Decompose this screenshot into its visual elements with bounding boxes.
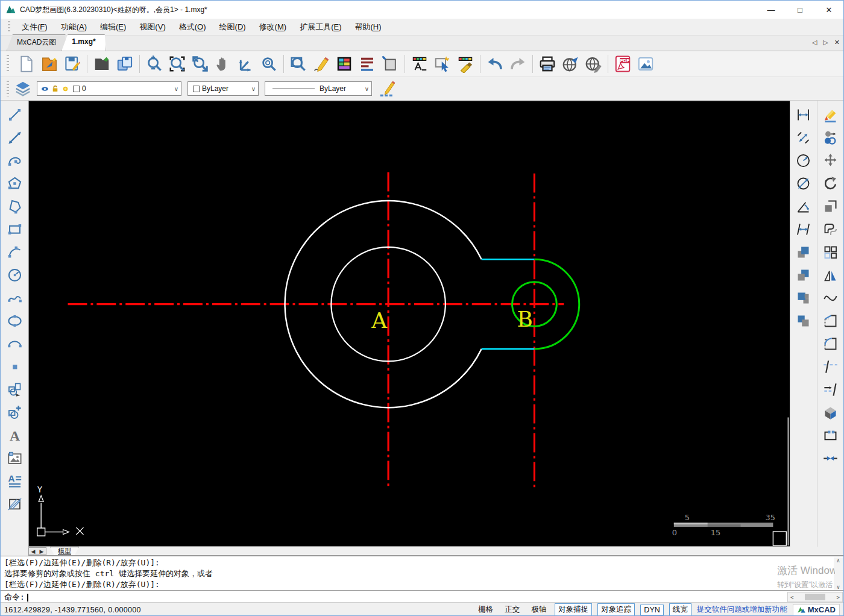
scale-label-3[interactable]: 15 bbox=[711, 528, 720, 537]
zoom-window-button[interactable] bbox=[166, 52, 189, 75]
ellipse-button[interactable] bbox=[5, 312, 24, 330]
irregular-polygon-button[interactable] bbox=[5, 197, 24, 216]
draworder-front-button[interactable] bbox=[794, 243, 813, 262]
erase-button[interactable] bbox=[820, 105, 840, 124]
move-button[interactable] bbox=[820, 151, 840, 170]
tab-scroll-left-icon[interactable]: ◁ bbox=[812, 39, 817, 46]
menu-item-0[interactable]: 文件(F) bbox=[15, 19, 54, 35]
draworder-under-button[interactable] bbox=[794, 312, 813, 330]
extend-button[interactable] bbox=[820, 380, 840, 399]
trim-button[interactable] bbox=[820, 357, 840, 376]
doc-tab-0[interactable]: MxCAD云图 bbox=[7, 34, 66, 51]
menu-item-1[interactable]: 功能(A) bbox=[54, 19, 93, 35]
close-button[interactable]: ✕ bbox=[814, 1, 843, 19]
linetype-select[interactable]: ByLayer ∨ bbox=[265, 81, 372, 96]
image-export-button[interactable] bbox=[634, 52, 657, 75]
arc-button[interactable] bbox=[5, 243, 24, 262]
web-upload-button[interactable] bbox=[582, 52, 605, 75]
menu-item-6[interactable]: 修改(M) bbox=[253, 19, 294, 35]
image-attach-button[interactable] bbox=[5, 449, 24, 468]
drawing-canvas[interactable]: AB535015Y bbox=[28, 101, 791, 547]
break-button[interactable] bbox=[820, 426, 840, 445]
scale-label-1[interactable]: 35 bbox=[765, 513, 775, 522]
quick-select-button[interactable] bbox=[431, 52, 454, 75]
scale-bar-segment-2[interactable] bbox=[708, 524, 741, 527]
command-history[interactable]: [栏选(F)/边延伸(E)/删除(R)/放弃(U)]:选择要修剪的对象或按住 c… bbox=[1, 556, 843, 591]
zoom-adjust-button[interactable] bbox=[143, 52, 166, 75]
create-block-button[interactable] bbox=[5, 403, 24, 422]
point-button[interactable] bbox=[5, 357, 24, 376]
color-select[interactable]: ByLayer ∨ bbox=[187, 81, 259, 96]
insert-block-button[interactable] bbox=[5, 380, 24, 399]
toggle-对象捕捉[interactable]: 对象捕捉 bbox=[555, 603, 592, 616]
web-publish-button[interactable] bbox=[559, 52, 582, 75]
doc-tab-1[interactable]: 1.mxg* bbox=[61, 34, 106, 51]
menu-item-3[interactable]: 视图(V) bbox=[133, 19, 172, 35]
polyline-button[interactable] bbox=[5, 151, 24, 170]
scroll-left-icon[interactable]: < bbox=[790, 594, 793, 600]
zoom-extents-button[interactable] bbox=[189, 52, 212, 75]
model-next-icon[interactable]: ▶ bbox=[37, 548, 46, 555]
scale-label-2[interactable]: 0 bbox=[672, 528, 677, 537]
tab-close-icon[interactable]: ✕ bbox=[834, 39, 840, 46]
toggle-栅格[interactable]: 栅格 bbox=[475, 604, 496, 615]
label-b[interactable]: B bbox=[517, 307, 533, 332]
explode-button[interactable] bbox=[820, 403, 840, 422]
scroll-up-icon[interactable]: ∧ bbox=[837, 558, 840, 564]
copy-button[interactable] bbox=[820, 128, 840, 147]
pdf-export-button[interactable]: PDF bbox=[611, 52, 634, 75]
redo-button[interactable] bbox=[506, 52, 529, 75]
dim-radius-button[interactable] bbox=[794, 151, 813, 170]
draworder-above-button[interactable] bbox=[794, 289, 813, 307]
toggle-正交[interactable]: 正交 bbox=[502, 604, 523, 615]
menu-item-8[interactable]: 帮助(H) bbox=[348, 19, 388, 35]
mirror-button[interactable] bbox=[820, 266, 840, 284]
new-file-button[interactable] bbox=[15, 52, 38, 75]
chamfer-button[interactable] bbox=[820, 312, 840, 330]
layer-manager-icon[interactable] bbox=[14, 80, 32, 98]
model-prev-icon[interactable]: ◀ bbox=[29, 548, 37, 555]
mxcad-brand[interactable]: MxCAD bbox=[793, 604, 840, 616]
single-text-button[interactable]: A bbox=[5, 426, 24, 445]
offset-button[interactable] bbox=[820, 220, 840, 239]
tab-model[interactable]: 模型 bbox=[50, 547, 79, 555]
toggle-极轴[interactable]: 极轴 bbox=[528, 604, 549, 615]
draworder-back-button[interactable] bbox=[794, 266, 813, 284]
menu-item-4[interactable]: 格式(O) bbox=[172, 19, 213, 35]
text-style-button[interactable] bbox=[408, 52, 431, 75]
construction-line-button[interactable] bbox=[5, 128, 24, 147]
menu-item-5[interactable]: 绘图(D) bbox=[213, 19, 253, 35]
array-button[interactable] bbox=[820, 243, 840, 262]
ucs-x-arrow-icon[interactable] bbox=[63, 530, 69, 535]
scroll-down-icon[interactable]: ∨ bbox=[837, 584, 840, 590]
toggle-对象追踪[interactable]: 对象追踪 bbox=[597, 603, 635, 616]
sketch-pencil-button[interactable] bbox=[310, 52, 333, 75]
command-prompt[interactable]: 命令: bbox=[1, 591, 843, 603]
menu-item-7[interactable]: 扩展工具(E) bbox=[293, 19, 348, 35]
fillet-button[interactable] bbox=[820, 335, 840, 353]
undo-button[interactable] bbox=[483, 52, 506, 75]
command-vertical-scrollbar[interactable]: ∧ ∨ bbox=[834, 558, 843, 590]
pan-button[interactable] bbox=[212, 52, 235, 75]
toggle-DYN[interactable]: DYN bbox=[640, 605, 663, 615]
crosshair-pick-icon[interactable] bbox=[76, 527, 83, 535]
zoom-center-button[interactable] bbox=[257, 52, 280, 75]
ucs-y-label[interactable]: Y bbox=[37, 485, 43, 494]
dim-continue-button[interactable] bbox=[794, 220, 813, 239]
label-a[interactable]: A bbox=[371, 308, 388, 333]
linewidth-pencil-icon[interactable] bbox=[378, 80, 396, 98]
rotate-button[interactable] bbox=[820, 174, 840, 193]
viewport-corner-box[interactable] bbox=[773, 532, 786, 545]
spline-button[interactable] bbox=[5, 289, 24, 307]
print-button[interactable] bbox=[536, 52, 559, 75]
scale-bar-segment[interactable] bbox=[674, 523, 708, 524]
tab-scroll-right-icon[interactable]: ▷ bbox=[823, 39, 828, 46]
open-folder-button[interactable] bbox=[90, 52, 113, 75]
scroll-right-icon[interactable]: > bbox=[837, 594, 840, 600]
dim-diameter-button[interactable] bbox=[794, 174, 813, 193]
lengthen-button[interactable] bbox=[820, 289, 840, 307]
named-view-button[interactable] bbox=[287, 52, 310, 75]
ucs-origin-box[interactable] bbox=[37, 528, 45, 536]
save-button[interactable] bbox=[61, 52, 84, 75]
feedback-link[interactable]: 提交软件问题或增加新功能 bbox=[697, 605, 787, 615]
